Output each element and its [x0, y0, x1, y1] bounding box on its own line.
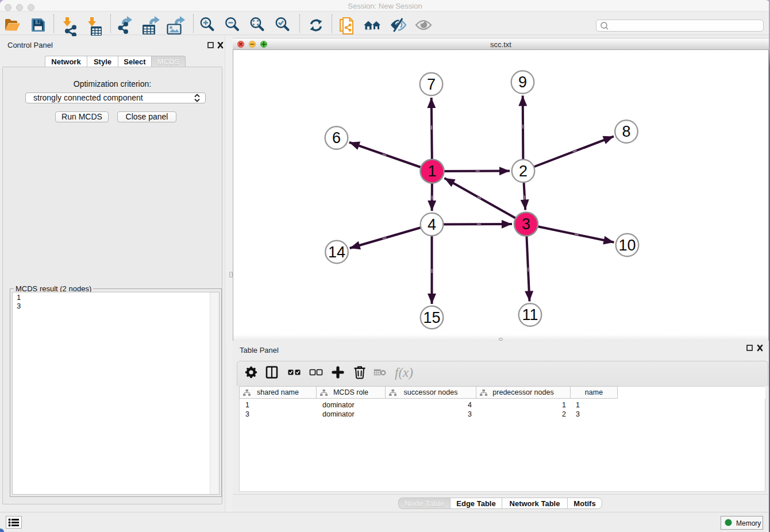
svg-text:11: 11 [522, 306, 538, 323]
svg-text:8: 8 [622, 123, 630, 140]
svg-text:10: 10 [618, 237, 636, 254]
svg-text:4: 4 [428, 216, 436, 233]
svg-text:1: 1 [428, 163, 436, 180]
svg-text:9: 9 [518, 74, 527, 91]
svg-text:14: 14 [328, 244, 345, 261]
svg-text:15: 15 [423, 309, 440, 326]
svg-text:3: 3 [522, 215, 530, 233]
svg-text:f(x): f(x) [395, 365, 413, 380]
svg-text:2: 2 [519, 163, 528, 180]
svg-text:6: 6 [332, 129, 341, 147]
svg-text:7: 7 [427, 76, 436, 93]
